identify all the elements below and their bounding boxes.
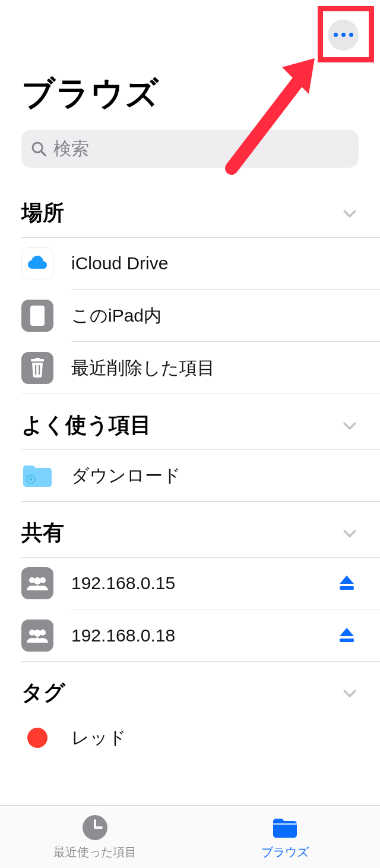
chevron-down-icon — [341, 417, 359, 435]
svg-rect-5 — [35, 365, 36, 375]
tab-browse[interactable]: ブラウズ — [190, 806, 380, 868]
tags-list: レッド — [0, 717, 380, 759]
row-label: ダウンロード — [71, 464, 359, 488]
location-item-on-ipad[interactable]: このiPad内 — [0, 290, 380, 342]
search-input[interactable]: 検索 — [21, 130, 359, 168]
more-options-button[interactable] — [328, 20, 359, 51]
favorites-list: ダウンロード — [0, 449, 380, 502]
shared-item[interactable]: 192.168.0.15 — [0, 557, 380, 609]
trash-icon — [21, 352, 53, 384]
svg-rect-4 — [35, 358, 40, 360]
shared-server-icon — [21, 567, 53, 599]
chevron-down-icon — [341, 524, 359, 542]
section-header-locations[interactable]: 場所 — [0, 182, 380, 237]
row-label: 192.168.0.15 — [71, 573, 335, 593]
svg-point-14 — [34, 630, 41, 637]
row-label: このiPad内 — [71, 304, 359, 328]
search-placeholder: 検索 — [53, 137, 89, 161]
section-header-shared[interactable]: 共有 — [0, 502, 380, 557]
row-label: iCloud Drive — [71, 253, 359, 273]
chevron-down-icon — [341, 684, 359, 702]
page-title: ブラウズ — [0, 56, 380, 124]
row-label: 192.168.0.18 — [71, 625, 335, 646]
svg-rect-6 — [39, 365, 40, 375]
location-item-icloud-drive[interactable]: iCloud Drive — [0, 237, 380, 290]
shared-server-icon — [21, 619, 53, 652]
svg-line-1 — [41, 151, 45, 155]
top-row — [0, 0, 380, 56]
ipad-icon — [21, 300, 53, 332]
tab-label: ブラウズ — [261, 844, 309, 860]
more-icon — [334, 33, 338, 37]
svg-rect-17 — [273, 823, 297, 825]
svg-rect-11 — [340, 586, 354, 590]
section-header-label: タグ — [21, 678, 65, 707]
locations-list: iCloud Drive このiPad内 — [0, 237, 380, 394]
chevron-down-icon — [341, 205, 359, 222]
eject-button[interactable] — [335, 624, 359, 647]
folder-icon — [271, 813, 299, 842]
eject-button[interactable] — [335, 571, 359, 595]
section-header-favorites[interactable]: よく使う項目 — [0, 394, 380, 449]
section-header-label: 場所 — [21, 199, 64, 228]
svg-point-10 — [34, 577, 41, 584]
section-header-tags[interactable]: タグ — [0, 662, 380, 717]
clock-icon — [81, 813, 109, 842]
shared-item[interactable]: 192.168.0.18 — [0, 609, 380, 662]
svg-rect-2 — [30, 306, 45, 326]
search-icon — [30, 140, 48, 158]
tab-recent[interactable]: 最近使った項目 — [0, 806, 190, 868]
svg-rect-15 — [340, 639, 354, 642]
favorite-item-downloads[interactable]: ダウンロード — [0, 449, 380, 502]
row-label: レッド — [71, 726, 359, 750]
tag-item-red[interactable]: レッド — [0, 717, 380, 759]
section-header-label: 共有 — [21, 518, 64, 548]
tab-label: 最近使った項目 — [53, 844, 137, 860]
downloads-folder-icon — [21, 460, 53, 492]
row-label: 最近削除した項目 — [71, 356, 359, 380]
search-wrap: 検索 — [0, 124, 380, 182]
icloud-icon — [21, 247, 53, 279]
section-header-label: よく使う項目 — [21, 411, 151, 440]
tabbar: 最近使った項目 ブラウズ — [0, 805, 380, 868]
shared-list: 192.168.0.15 192.168.0.18 — [0, 557, 380, 662]
location-item-recently-deleted[interactable]: 最近削除した項目 — [0, 342, 380, 394]
tag-color-dot — [27, 728, 48, 748]
